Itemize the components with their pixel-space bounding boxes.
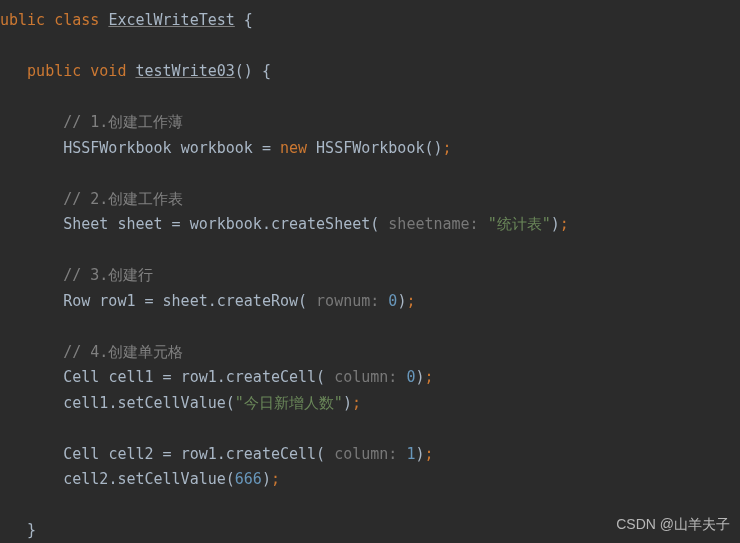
brace-close: } — [27, 521, 36, 539]
method: createCell — [226, 368, 316, 386]
lparen: ( — [226, 470, 235, 488]
method: createSheet — [271, 215, 370, 233]
var: workbook — [181, 139, 253, 157]
code-block: ublic class ExcelWriteTest { public void… — [0, 8, 740, 543]
type: Sheet — [63, 215, 108, 233]
rparen: ) — [551, 215, 560, 233]
param-hint: rownum: — [307, 292, 388, 310]
method: setCellValue — [117, 394, 225, 412]
semi: ; — [271, 470, 280, 488]
semi: ; — [352, 394, 361, 412]
method: createRow — [217, 292, 298, 310]
paren: () — [235, 62, 253, 80]
string: "统计表" — [488, 215, 551, 233]
obj: cell1 — [63, 394, 108, 412]
dot: . — [217, 445, 226, 463]
lparen: ( — [298, 292, 307, 310]
type: Cell — [63, 445, 99, 463]
semi: ; — [424, 445, 433, 463]
var: cell2 — [108, 445, 153, 463]
eq: = — [163, 445, 172, 463]
method-def: testWrite03 — [135, 62, 234, 80]
type: Row — [63, 292, 90, 310]
type: Cell — [63, 368, 99, 386]
semi: ; — [560, 215, 569, 233]
keyword-public-class: ublic class — [0, 11, 99, 29]
param-hint: column: — [325, 368, 406, 386]
lparen: ( — [370, 215, 379, 233]
dot: . — [208, 292, 217, 310]
semi: ; — [443, 139, 452, 157]
lparen: ( — [316, 368, 325, 386]
comment: // 2.创建工作表 — [63, 190, 183, 208]
eq: = — [163, 368, 172, 386]
semi: ; — [424, 368, 433, 386]
obj: row1 — [181, 445, 217, 463]
param-hint: sheetname: — [379, 215, 487, 233]
dot: . — [262, 215, 271, 233]
eq: = — [145, 292, 154, 310]
lparen: ( — [316, 445, 325, 463]
class-name: ExcelWriteTest — [108, 11, 234, 29]
keyword-public-void: public void — [27, 62, 126, 80]
method: createCell — [226, 445, 316, 463]
eq: = — [172, 215, 181, 233]
obj: row1 — [181, 368, 217, 386]
obj: workbook — [190, 215, 262, 233]
rparen: ) — [262, 470, 271, 488]
obj: cell2 — [63, 470, 108, 488]
string: "今日新增人数" — [235, 394, 343, 412]
keyword-new: new — [280, 139, 307, 157]
watermark: CSDN @山羊夫子 — [616, 513, 730, 537]
dot: . — [217, 368, 226, 386]
brace-open: { — [244, 11, 253, 29]
comment: // 3.创建行 — [63, 266, 153, 284]
var: sheet — [117, 215, 162, 233]
eq: = — [262, 139, 271, 157]
var: cell1 — [108, 368, 153, 386]
comment: // 1.创建工作薄 — [63, 113, 183, 131]
lparen: ( — [226, 394, 235, 412]
type: HSSFWorkbook — [63, 139, 171, 157]
ctor: HSSFWorkbook() — [316, 139, 442, 157]
obj: sheet — [163, 292, 208, 310]
number: 666 — [235, 470, 262, 488]
semi: ; — [406, 292, 415, 310]
comment: // 4.创建单元格 — [63, 343, 183, 361]
brace-open: { — [262, 62, 271, 80]
rparen: ) — [343, 394, 352, 412]
var: row1 — [99, 292, 135, 310]
method: setCellValue — [117, 470, 225, 488]
param-hint: column: — [325, 445, 406, 463]
